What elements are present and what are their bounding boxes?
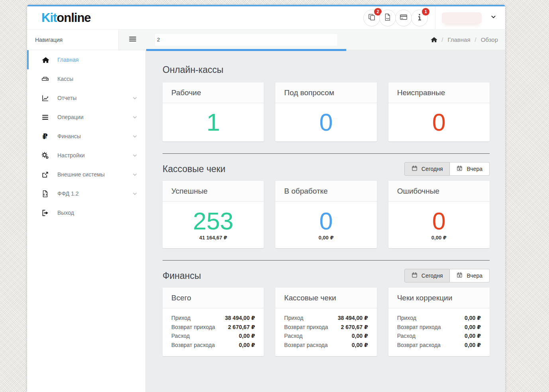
finance-row-value: 0,00 ₽ (352, 341, 368, 350)
finance-row: Возврат расхода 0,00 ₽ (171, 341, 255, 350)
sidebar-item-ffd[interactable]: ФФД 1.2 (27, 184, 145, 203)
user-menu[interactable] (442, 12, 500, 24)
sidebar-item-glavnaya[interactable]: Главная (27, 50, 145, 69)
info-icon (416, 13, 424, 23)
finance-row-label: Возврат расхода (284, 341, 327, 350)
finance-row-label: Расход (171, 331, 190, 341)
yesterday-button[interactable]: Вчера (450, 269, 490, 282)
top-toolbar: 2 / Главная / Обзор (146, 29, 505, 50)
loading-progress-bar (146, 49, 346, 51)
finance-row-label: Приход (397, 314, 416, 323)
payment-card-button[interactable] (395, 10, 412, 26)
sidebar-item-label: Кассы (57, 76, 73, 82)
chevron-down-icon (132, 115, 137, 120)
card-label: Всего (163, 288, 264, 308)
yesterday-button[interactable]: Вчера (450, 162, 490, 176)
sidebar-item-label: Настройки (57, 152, 85, 159)
sidebar-item-label: Операции (57, 114, 84, 120)
app-header: Kitonline 2 1 (27, 6, 505, 29)
card-amount: 0,00 ₽ (431, 235, 447, 241)
sidebar-heading: Навигация (27, 29, 118, 50)
finance-row-value: 0,00 ₽ (465, 314, 481, 323)
card-value: 0 (432, 209, 446, 233)
today-button[interactable]: Сегодня (404, 162, 450, 176)
main-content: Онлайн-кассы Рабочие 1 Под вопросом 0 Не… (146, 50, 505, 392)
brand-logo-primary: Kit (41, 11, 57, 25)
finance-row-label: Приход (171, 314, 190, 323)
card-label: Кассовые чеки (275, 288, 376, 308)
chevron-down-icon (132, 191, 137, 196)
finance-row-value: 2 670,67 ₽ (341, 323, 368, 332)
card-label: Ошибочные (388, 181, 490, 202)
user-name-redacted (442, 12, 482, 24)
card-amount: 0,00 ₽ (319, 235, 334, 241)
today-button-label: Сегодня (422, 272, 443, 279)
finance-row-label: Возврат прихода (171, 323, 215, 332)
card-value: 1 (206, 110, 220, 135)
yesterday-button-label: Вчера (467, 166, 482, 172)
cheki-date-filter: Сегодня Вчера (404, 162, 490, 176)
sidebar-item-nastroyki[interactable]: Настройки (27, 146, 145, 165)
sidebar-item-operacii[interactable]: Операции (27, 108, 145, 127)
home-icon[interactable] (430, 36, 437, 43)
line-chart-icon (40, 94, 50, 102)
sidebar-item-otchety[interactable]: Отчеты (27, 88, 145, 108)
sidebar-item-kassy[interactable]: Кассы (27, 69, 145, 88)
kassovye-cheki-cards: Успешные 253 41 164,67 ₽ В обработке 0 0… (163, 181, 490, 248)
copy-icon (368, 13, 376, 23)
sidebar-item-vneshnie-sistemy[interactable]: Внешние системы (27, 165, 145, 184)
card-kassovye-cheki-fin: Кассовые чеки Приход 38 494,00 ₽ Возврат… (275, 288, 376, 356)
today-button-label: Сегодня (422, 166, 443, 172)
breadcrumb-separator: / (475, 36, 476, 43)
finance-row-value: 38 494,00 ₽ (338, 314, 368, 323)
finance-row: Возврат расхода 0,00 ₽ (284, 341, 368, 350)
company-name-value: 2 (157, 37, 160, 43)
brand-logo[interactable]: Kitonline (27, 11, 91, 25)
sidebar-item-finansy[interactable]: ₽ Финансы (27, 127, 145, 146)
info-button[interactable]: 1 (411, 10, 428, 26)
sidebar-nav: Главная Кассы Отчеты Операции ₽ (27, 50, 146, 392)
chevron-down-icon (490, 14, 496, 22)
card-label: Успешные (163, 181, 264, 202)
app-container: Kitonline 2 1 (27, 5, 505, 392)
finance-row: Возврат прихода 2 670,67 ₽ (171, 323, 255, 332)
pdf-export-button[interactable] (379, 10, 396, 26)
finance-row: Возврат прихода 0,00 ₽ (397, 323, 481, 332)
breadcrumb-item-glavnaya[interactable]: Главная (447, 36, 470, 43)
sidebar-toggle-button[interactable] (118, 29, 146, 50)
gears-icon (40, 152, 50, 159)
card-label: Рабочие (163, 82, 264, 103)
card-value: 253 (193, 209, 233, 233)
calendar-icon (412, 165, 418, 172)
header-icon-buttons: 2 1 (364, 10, 428, 26)
today-button[interactable]: Сегодня (404, 269, 450, 282)
finance-row: Приход 38 494,00 ₽ (284, 314, 368, 323)
section-title-online-kassy: Онлайн-кассы (163, 65, 490, 75)
subheader-bar: Навигация 2 / Главная / Обзор (27, 29, 505, 50)
finance-row: Возврат расхода 0,00 ₽ (397, 341, 481, 350)
finance-row-label: Приход (284, 314, 303, 323)
sidebar-item-label: Финансы (57, 133, 81, 139)
finance-row-value: 38 494,00 ₽ (225, 314, 255, 323)
home-icon (40, 56, 50, 64)
card-uspeshnye: Успешные 253 41 164,67 ₽ (163, 181, 264, 248)
section-title-finansy: Финансы (163, 270, 201, 281)
sidebar-item-vykhod[interactable]: Выход (27, 203, 145, 222)
copy-documents-button[interactable]: 2 (363, 10, 380, 26)
calendar-icon (412, 272, 418, 279)
finance-row: Расход 0,00 ₽ (171, 331, 255, 341)
section-divider (163, 260, 490, 261)
header-actions: 2 1 (364, 6, 505, 29)
company-name-field[interactable]: 2 (155, 34, 337, 46)
finansy-header: Финансы Сегодня Вчера (163, 269, 490, 282)
sidebar-item-label: Выход (57, 210, 74, 216)
online-kassy-cards: Рабочие 1 Под вопросом 0 Неисправные 0 (163, 82, 490, 141)
body-row: Главная Кассы Отчеты Операции ₽ (27, 50, 505, 392)
finance-row-label: Расход (284, 331, 302, 341)
card-cheki-korrekcii: Чеки коррекции Приход 0,00 ₽ Возврат при… (388, 288, 490, 356)
sidebar-item-label: Внешние системы (57, 171, 105, 178)
card-label: Под вопросом (275, 82, 376, 103)
card-pod-voprosom: Под вопросом 0 (275, 82, 376, 141)
finance-row-label: Возврат расхода (171, 341, 215, 350)
card-v-obrabotke: В обработке 0 0,00 ₽ (275, 181, 376, 248)
